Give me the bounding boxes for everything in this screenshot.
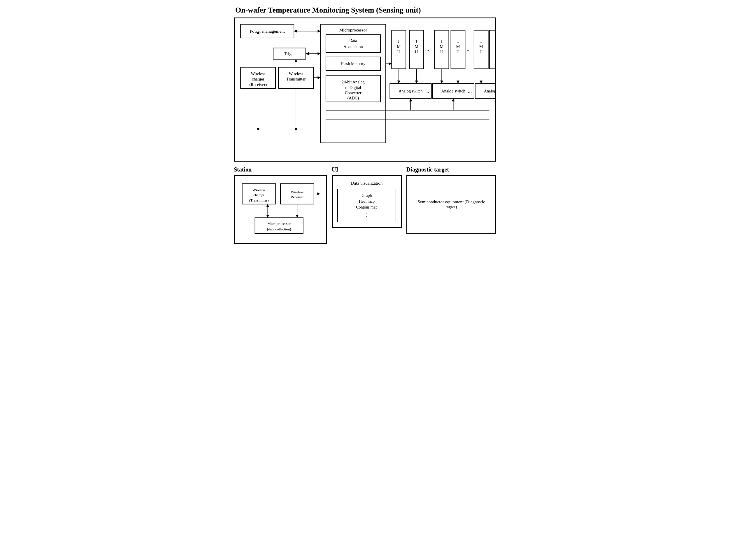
station-charger-label: Wireless xyxy=(253,188,265,192)
svg-marker-37 xyxy=(397,81,400,83)
tmu1-label: T xyxy=(397,39,400,43)
svg-text:(Transmitter): (Transmitter) xyxy=(249,198,269,202)
data-visualization-label: Data visualization xyxy=(337,181,396,186)
microprocessor-sensing-label: Microprocessor xyxy=(339,27,367,32)
svg-marker-70 xyxy=(388,62,391,65)
svg-marker-41 xyxy=(440,81,443,83)
station-label: Station xyxy=(234,166,327,173)
svg-marker-72 xyxy=(257,128,260,131)
svg-text:U: U xyxy=(415,50,418,54)
power-management-label: Power management xyxy=(250,29,285,34)
svg-text:M: M xyxy=(440,44,444,49)
svg-marker-43 xyxy=(456,81,459,83)
viz-item-dots: ⋮ xyxy=(342,212,391,218)
svg-text:U: U xyxy=(440,50,443,54)
ui-viz-box: Graph Heat map Contour map ⋮ xyxy=(337,189,396,222)
svg-marker-59 xyxy=(318,30,321,33)
analog-switch2-label: Analog switch xyxy=(441,89,465,93)
svg-marker-83 xyxy=(266,215,269,218)
tmu5-label: T xyxy=(480,39,482,43)
svg-text:M: M xyxy=(495,44,496,49)
svg-marker-47 xyxy=(495,81,496,83)
station-section: Station Wireless charger (Transmitter) W… xyxy=(234,166,327,244)
station-receiver-label: Wireless xyxy=(291,190,304,194)
tmu3-label: T xyxy=(440,39,443,43)
ui-inner: Data visualization Graph Heat map Contou… xyxy=(332,175,402,228)
svg-marker-68 xyxy=(295,59,297,62)
svg-marker-74 xyxy=(295,128,297,131)
wireless-transmitter-label: Wireless xyxy=(289,71,304,76)
svg-text:M: M xyxy=(414,44,418,49)
svg-marker-84 xyxy=(266,204,269,207)
diagnostic-section: Diagnostic target Semiconductor equipmen… xyxy=(406,166,496,234)
diagnostic-content: Semiconductor equipment (Diagnostic targ… xyxy=(412,199,491,209)
page-title: On-wafer Temperature Monitoring System (… xyxy=(234,6,496,15)
viz-item-contour: Contour map xyxy=(342,205,391,210)
data-acquisition-label: Data xyxy=(349,38,358,43)
svg-text:U: U xyxy=(456,50,459,54)
svg-text:Converter: Converter xyxy=(345,90,362,95)
viz-item-heatmap: Heat map xyxy=(342,199,391,204)
svg-text:M: M xyxy=(397,44,400,49)
bottom-row: Station Wireless charger (Transmitter) W… xyxy=(234,166,496,244)
svg-text:U: U xyxy=(495,50,496,54)
svg-text:Acquisition: Acquisition xyxy=(344,44,363,49)
svg-text:M: M xyxy=(479,44,483,49)
dots2: ... xyxy=(467,46,471,52)
svg-marker-52 xyxy=(409,98,412,101)
svg-marker-62 xyxy=(318,52,321,55)
tmu4-label: T xyxy=(457,39,459,43)
svg-marker-54 xyxy=(452,98,455,101)
analog-switch3-label: Analog switch xyxy=(484,89,496,93)
station-micro-label: Microprocessor xyxy=(268,221,291,225)
svg-marker-86 xyxy=(296,215,299,218)
ui-label: UI xyxy=(332,166,402,173)
svg-text:charger: charger xyxy=(253,193,265,197)
svg-text:(data collection): (data collection) xyxy=(267,227,291,231)
ui-section: UI Data visualization Graph Heat map Con… xyxy=(332,166,402,228)
svg-text:Transmitter: Transmitter xyxy=(286,77,306,81)
svg-marker-56 xyxy=(494,98,496,101)
dots-analog2: ... xyxy=(468,88,472,94)
tmu6-label: T xyxy=(495,39,496,43)
svg-marker-45 xyxy=(479,81,482,83)
sensing-unit-diagram: Power management Triger Wireless charger… xyxy=(234,17,496,162)
svg-text:(Receiver): (Receiver) xyxy=(249,82,267,87)
svg-text:U: U xyxy=(479,50,482,54)
dots1: ... xyxy=(425,46,429,52)
svg-text:(ADC): (ADC) xyxy=(348,96,359,101)
svg-rect-8 xyxy=(326,35,380,53)
svg-text:Receiver: Receiver xyxy=(291,195,304,199)
svg-text:M: M xyxy=(456,44,460,49)
svg-text:U: U xyxy=(397,50,400,54)
triger-label: Triger xyxy=(284,51,295,56)
viz-item-graph: Graph xyxy=(342,193,391,198)
dots-analog1: ... xyxy=(425,88,429,94)
svg-marker-39 xyxy=(415,81,418,83)
svg-marker-88 xyxy=(317,192,320,195)
analog-switch1-label: Analog switch xyxy=(398,89,423,93)
page-container: On-wafer Temperature Monitoring System (… xyxy=(234,6,496,244)
svg-text:charger: charger xyxy=(252,77,265,81)
tmu2-label: T xyxy=(415,39,418,43)
wireless-charger-receiver-label: Wireless xyxy=(251,71,266,76)
svg-marker-58 xyxy=(294,30,297,33)
station-diagram: Wireless charger (Transmitter) Wireless … xyxy=(239,181,322,237)
station-inner: Wireless charger (Transmitter) Wireless … xyxy=(234,175,327,244)
svg-text:to Digital: to Digital xyxy=(345,85,361,90)
diagnostic-label: Diagnostic target xyxy=(406,166,496,173)
flash-memory-label: Flash Memory xyxy=(341,62,365,66)
diagnostic-inner: Semiconductor equipment (Diagnostic targ… xyxy=(406,175,496,234)
svg-marker-64 xyxy=(318,76,321,79)
svg-marker-61 xyxy=(306,52,309,55)
adc-label: 24-bit Analog xyxy=(342,80,365,84)
